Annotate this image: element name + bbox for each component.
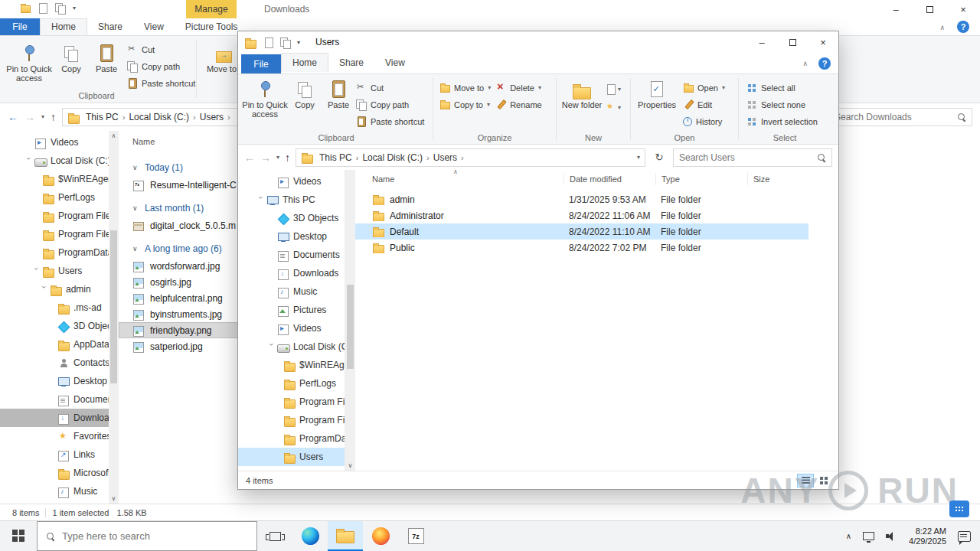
select-all-button[interactable]: Select all (746, 82, 818, 93)
action-center-icon[interactable] (958, 531, 971, 542)
invert-selection-button[interactable]: Invert selection (746, 116, 818, 127)
qat-customize-chevron-icon[interactable]: ▾ (297, 39, 300, 46)
qat-new-folder-icon[interactable] (280, 37, 291, 47)
ribbon-tab[interactable]: Home (281, 53, 328, 72)
scroll-up-icon[interactable]: ∧ (109, 132, 119, 139)
expand-chevron-icon[interactable]: › (40, 286, 47, 293)
ribbon-tab[interactable]: View (374, 53, 416, 72)
group-collapse-icon[interactable]: ∨ (132, 164, 140, 171)
ribbon-tab[interactable]: Share (87, 18, 133, 35)
nav-tree-item[interactable]: › AppData (0, 335, 109, 354)
refresh-icon[interactable]: ↻ (651, 152, 668, 163)
edit-button[interactable]: Edit (683, 99, 725, 110)
expand-chevron-icon[interactable]: › (256, 197, 264, 204)
nav-tree-item[interactable]: › Local Disk (C:) (238, 337, 345, 356)
nav-tree-item[interactable]: › ProgramData (0, 243, 109, 262)
nav-tree-item[interactable]: › Links (0, 445, 109, 464)
paste-shortcut-button[interactable]: Paste shortcut (356, 116, 424, 127)
ribbon-tab[interactable]: Share (328, 53, 374, 72)
breadcrumb-segment[interactable]: This PC (317, 152, 354, 163)
copy-path-button[interactable]: Copy path (127, 60, 195, 72)
nav-tree-item[interactable]: › Program Files (0, 207, 109, 225)
maximize-icon[interactable] (777, 31, 808, 53)
nav-tree-item[interactable]: › Downloads (0, 409, 109, 427)
nav-tree-item[interactable]: › Documents (0, 390, 109, 409)
easy-access-button[interactable]: ▾ (606, 102, 621, 113)
fg-nav-scrollbar[interactable]: ∨ (345, 170, 355, 471)
tray-overflow-chevron-icon[interactable]: ∧ (846, 532, 851, 540)
paste-button[interactable]: Paste (321, 76, 356, 133)
open-button[interactable]: Open▾ (683, 82, 725, 93)
7zip-taskbar-button[interactable] (398, 521, 433, 551)
ribbon-collapse-icon[interactable]: ∧ (802, 60, 808, 67)
rename-button[interactable]: Rename (495, 99, 542, 110)
nav-tree-item[interactable]: › 3D Objects (238, 209, 345, 227)
minimize-icon[interactable]: – (746, 31, 777, 53)
nav-tree-item[interactable]: › Videos (238, 172, 345, 191)
nav-tree-item[interactable]: › .ms-ad (0, 298, 109, 317)
select-none-button[interactable]: Select none (746, 99, 818, 110)
bg-titlebar[interactable]: ▾ Manage Downloads – × (0, 0, 980, 18)
fg-search-input[interactable] (679, 152, 812, 163)
nav-tree-item[interactable]: › 3D Objects (0, 317, 109, 335)
bg-search-box[interactable] (828, 108, 972, 126)
file-row[interactable]: Default 8/24/2022 11:10 AM File folder (355, 223, 808, 240)
scrollbar-thumb[interactable] (110, 230, 117, 383)
fg-search-box[interactable] (673, 148, 832, 167)
expand-chevron-icon[interactable]: › (267, 344, 275, 350)
paste-button[interactable]: Paste (89, 40, 124, 73)
help-icon[interactable]: ? (957, 21, 969, 33)
column-header-size[interactable]: Size (747, 173, 808, 185)
nav-tree-item[interactable]: › Program Files (238, 411, 345, 429)
back-arrow-icon[interactable]: ← (8, 112, 18, 122)
file-explorer-taskbar-button[interactable] (328, 521, 363, 551)
address-dropdown-icon[interactable]: ▾ (637, 155, 640, 161)
recent-locations-chevron-icon[interactable]: ▾ (41, 114, 44, 120)
speaker-icon[interactable] (886, 531, 897, 541)
fg-breadcrumb-box[interactable]: This PC›Local Disk (C:)›Users› ▾ (296, 148, 645, 167)
file-row[interactable]: Public 8/24/2022 7:02 PM File folder (355, 240, 808, 256)
breadcrumb-segment[interactable]: This PC (83, 112, 121, 122)
up-arrow-icon[interactable]: ↑ (285, 152, 290, 163)
column-header-name[interactable]: Name (355, 174, 564, 184)
nav-tree-item[interactable]: › $WinREAgent (0, 170, 109, 188)
scrollbar-thumb[interactable] (347, 285, 354, 369)
nav-tree-item[interactable]: › Contacts (0, 354, 109, 372)
bg-search-input[interactable] (835, 112, 952, 122)
nav-tree-item[interactable]: › PerfLogs (238, 374, 345, 393)
delete-button[interactable]: Delete▾ (495, 82, 542, 93)
nav-tree-item[interactable]: › Music (0, 482, 109, 500)
nav-tree-item[interactable]: › PerfLogs (0, 188, 109, 207)
nav-tree-item[interactable]: › Favorites (0, 427, 109, 445)
ribbon-collapse-icon[interactable]: ∧ (939, 24, 945, 31)
properties-button[interactable]: Properties (635, 76, 678, 133)
firefox-taskbar-button[interactable] (363, 521, 398, 551)
nav-tree-item[interactable]: › Videos (0, 133, 109, 152)
new-item-button[interactable]: ▾ (606, 83, 621, 95)
expand-chevron-icon[interactable]: › (24, 158, 32, 165)
up-arrow-icon[interactable]: ↑ (51, 112, 56, 122)
nav-tree-item[interactable]: › admin (0, 280, 109, 298)
nav-tree-item[interactable]: › Program Files (0, 225, 109, 243)
nav-tree-item[interactable]: › Program Files (238, 393, 345, 411)
ribbon-tab[interactable]: Home (40, 18, 87, 35)
taskbar-search-input[interactable] (62, 530, 248, 542)
file-row[interactable]: admin 1/31/2025 9:53 AM File folder (355, 191, 808, 207)
new-folder-button[interactable]: New folder (561, 76, 603, 133)
nav-tree-item[interactable]: › $WinREAgent (238, 356, 345, 374)
bg-nav-scrollbar[interactable]: ∧ ∨ (109, 131, 119, 504)
close-icon[interactable]: × (808, 31, 838, 53)
cut-button[interactable]: Cut (127, 44, 195, 55)
nav-tree-item[interactable]: › Users (0, 262, 109, 280)
pin-to-quick-access-button[interactable]: Pin to Quick access (5, 40, 54, 83)
move-to-button[interactable]: Move to▾ (439, 82, 491, 93)
expand-chevron-icon[interactable]: › (32, 268, 40, 275)
breadcrumb-segment[interactable]: Local Disk (C:) (126, 112, 191, 122)
file-row[interactable]: Administrator 8/24/2022 11:06 AM File fo… (355, 207, 808, 223)
qat-new-folder-icon[interactable] (55, 3, 66, 13)
scroll-down-icon[interactable]: ∨ (345, 462, 355, 469)
back-arrow-icon[interactable]: ← (244, 152, 255, 163)
column-header-date-modified[interactable]: Date modified (564, 173, 655, 185)
floating-widget-icon[interactable] (949, 500, 969, 517)
nav-tree-item[interactable]: › Local Disk (C:) (0, 152, 109, 170)
